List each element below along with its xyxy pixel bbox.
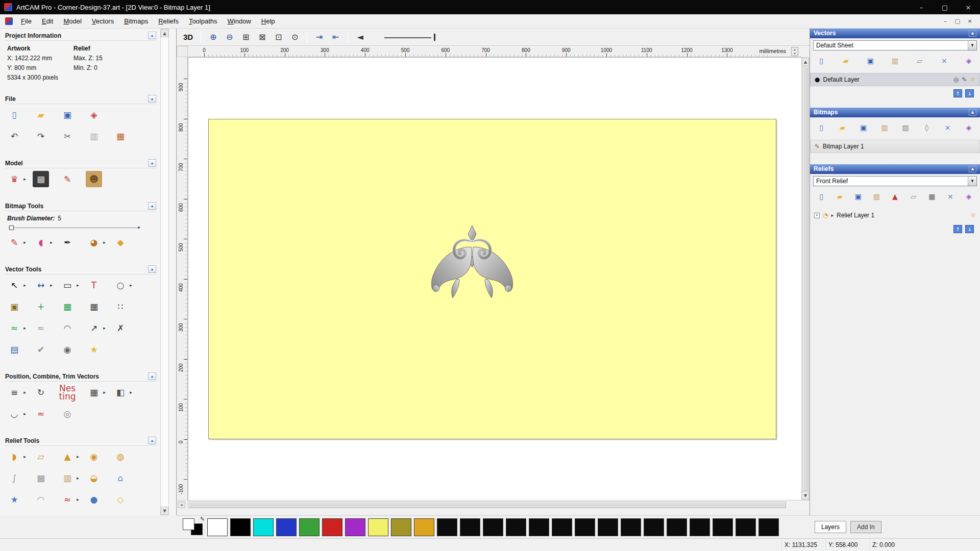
colour-swatch[interactable] — [529, 518, 549, 536]
flyout-arrow-icon[interactable]: ▸ — [102, 325, 107, 331]
colour-swatch[interactable] — [368, 518, 388, 536]
line-preview-handle[interactable] — [434, 34, 435, 41]
vector-boundary-icon[interactable]: + — [33, 298, 49, 315]
offset-vector-icon[interactable]: ▣ — [6, 298, 22, 315]
block-copy-icon[interactable]: ▦ — [86, 384, 102, 400]
slider-handle[interactable] — [9, 226, 14, 230]
relief-grid-icon[interactable]: ▦ — [926, 191, 938, 203]
flyout-arrow-icon[interactable]: ▸ — [22, 325, 27, 331]
flyout-arrow-icon[interactable]: ▸ — [22, 283, 27, 288]
save-bitmap-layer-icon[interactable]: ▣ — [857, 122, 870, 134]
colour-swatch[interactable] — [575, 518, 595, 536]
menu-item[interactable]: Model — [58, 15, 86, 28]
vertical-scrollbar[interactable]: ▲ ▼ — [801, 57, 810, 500]
colour-swatch[interactable] — [690, 518, 710, 536]
colour-swatch[interactable] — [322, 518, 342, 536]
open-vector-layer-icon[interactable]: ▰ — [840, 56, 852, 67]
colour-swatch[interactable] — [598, 518, 618, 536]
maximize-button[interactable]: ▢ — [933, 0, 957, 14]
flyout-arrow-icon[interactable]: ▸ — [49, 283, 54, 288]
flyout-arrow-icon[interactable]: ▸ — [22, 454, 27, 459]
scroll-up-icon[interactable]: ▲ — [802, 58, 809, 66]
collapse-section-button[interactable]: ▲ — [969, 109, 976, 116]
model-lighting-icon[interactable]: ♛ — [6, 171, 22, 187]
star-tool-icon[interactable]: ★ — [86, 341, 102, 358]
undo-icon[interactable]: ↶ — [6, 128, 22, 144]
flyout-arrow-icon[interactable]: ▸ — [129, 283, 133, 288]
colour-swatch[interactable] — [758, 518, 779, 536]
menu-item[interactable]: File — [16, 15, 37, 28]
colour-swatch[interactable] — [253, 518, 274, 536]
copy-icon[interactable]: ▥ — [86, 128, 102, 144]
open-model-icon[interactable]: ▰ — [33, 107, 49, 123]
paint-icon[interactable]: ✎ — [6, 234, 22, 251]
smooth-relief-icon[interactable]: ▱ — [33, 448, 49, 465]
drawing-viewport[interactable] — [188, 57, 801, 500]
spin-down-icon[interactable]: ▾ — [792, 52, 798, 56]
layer-colour-swatch[interactable]: ● — [815, 76, 820, 83]
move-layer-up-button[interactable]: ↑ — [953, 225, 962, 233]
dropdown-button[interactable]: ▼ — [968, 41, 976, 50]
colour-swatch[interactable] — [506, 518, 526, 536]
minimize-button[interactable]: – — [910, 0, 933, 14]
sculpt-relief-icon[interactable]: ∫ — [6, 470, 22, 486]
add-shape-icon[interactable]: ◒ — [86, 470, 102, 486]
colour-swatch[interactable] — [437, 518, 457, 536]
panel-tab[interactable]: Add In — [850, 521, 881, 533]
shape-editor-icon[interactable]: ◗ — [6, 448, 22, 465]
mdi-restore-button[interactable]: ▢ — [951, 18, 964, 24]
colour-swatch[interactable] — [230, 518, 251, 536]
visibility-toggle-icon[interactable]: ☼ — [970, 212, 976, 219]
menu-item[interactable]: Window — [223, 15, 256, 28]
ruler-origin-button[interactable] — [177, 46, 188, 57]
clipart-library-icon[interactable]: ▥ — [59, 470, 76, 486]
open-bitmap-layer-icon[interactable]: ▰ — [836, 122, 848, 134]
zoom-box-icon[interactable]: ⊞ — [239, 31, 253, 43]
dome-relief-icon[interactable]: ◠ — [33, 491, 49, 508]
zoom-in-icon[interactable]: ⊕ — [206, 31, 220, 43]
panel-tab[interactable]: Layers — [815, 521, 846, 533]
save-model-icon[interactable]: ▣ — [59, 107, 76, 123]
polyline-tool-icon[interactable]: ≈ — [6, 320, 22, 336]
snap-toggle-icon[interactable]: ◎ — [953, 76, 959, 83]
text-panel-icon[interactable]: ▦ — [59, 298, 76, 315]
merge-vector-layers-icon[interactable]: ◈ — [963, 56, 975, 67]
mdi-minimize-button[interactable]: – — [939, 18, 951, 24]
paint-selective-icon[interactable]: ◖ — [33, 234, 49, 251]
stamp-bitmap-icon[interactable]: ▨ — [899, 122, 912, 134]
collapse-section-button[interactable]: ▴ — [148, 159, 156, 167]
vector-layer-row[interactable]: ● Default Layer ◎✎☼ — [810, 73, 980, 86]
emboss-relief-icon[interactable]: ◉ — [86, 448, 102, 465]
weave-relief-icon[interactable]: ▩ — [33, 470, 49, 486]
flyout-arrow-icon[interactable]: ▸ — [22, 177, 27, 182]
palette-icon[interactable]: ◕ — [86, 234, 102, 251]
close-button[interactable]: × — [957, 0, 980, 14]
colour-swatch[interactable] — [736, 518, 756, 536]
flyout-arrow-icon[interactable]: ▸ — [76, 475, 80, 481]
new-model-icon[interactable]: ▯ — [6, 107, 22, 123]
colour-swatch[interactable] — [644, 518, 664, 536]
flyout-arrow-icon[interactable]: ▸ — [102, 240, 107, 245]
ring-copy-icon[interactable]: ◎ — [59, 406, 76, 422]
delete-vector-layer-icon[interactable]: × — [938, 56, 950, 67]
horizontal-scrollbar[interactable]: ◂ — [177, 500, 810, 509]
view-3d-button[interactable]: 3D — [181, 32, 195, 42]
collapse-section-button[interactable]: ▴ — [148, 202, 156, 210]
flyout-arrow-icon[interactable]: ▸ — [22, 411, 27, 416]
grid-tool-icon[interactable]: ▦ — [86, 298, 102, 315]
move-layer-down-button[interactable]: ↓ — [965, 225, 974, 233]
import-bitmap-layer-icon[interactable]: ▥ — [878, 122, 891, 134]
angled-plane-icon[interactable]: ◇ — [112, 491, 129, 508]
flyout-arrow-icon[interactable]: ▸ — [129, 390, 133, 395]
flyout-arrow-icon[interactable]: ▸ — [49, 240, 54, 245]
trim-vectors-icon[interactable]: ◧ — [112, 384, 129, 400]
blend-vectors-icon[interactable]: ▤ — [6, 341, 22, 358]
menu-item[interactable]: Bitmaps — [119, 15, 153, 28]
colour-picker-icon[interactable]: ✒ — [59, 234, 76, 251]
collapse-section-button[interactable]: ▲ — [969, 166, 976, 172]
colour-swatch[interactable] — [299, 518, 320, 536]
model-sculpt-icon[interactable]: ✎ — [59, 171, 76, 187]
flyout-arrow-icon[interactable]: ▸ — [22, 390, 27, 395]
transform-vectors-icon[interactable]: ↔ — [33, 277, 49, 293]
paint-colour-indicator[interactable]: ✎ — [182, 517, 205, 537]
